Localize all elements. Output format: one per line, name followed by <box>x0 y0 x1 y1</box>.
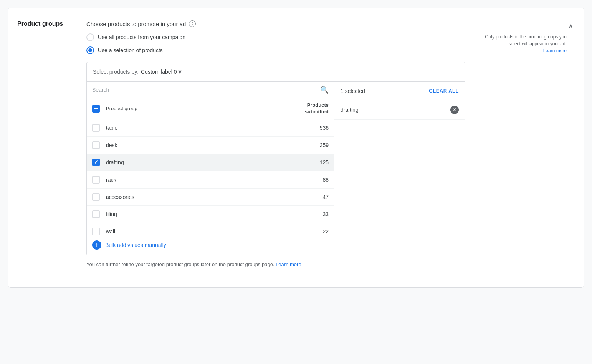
radio-circle-selection <box>86 46 94 54</box>
side-note: Only products in the product groups you … <box>475 33 567 54</box>
selector-box: Select products by: Custom label 0 ▾ 🔍 <box>86 62 465 255</box>
section-title: Product groups <box>17 20 86 27</box>
checkbox-table[interactable] <box>92 124 100 132</box>
bulk-add-icon[interactable]: + <box>92 240 101 250</box>
row-name-desk: desk <box>106 142 290 148</box>
footer-note: You can further refine your targeted pro… <box>86 261 567 267</box>
row-name-wall: wall <box>106 228 290 235</box>
section-header-text: Choose products to promote in your ad <box>86 21 186 27</box>
side-note-link[interactable]: Learn more <box>543 48 567 53</box>
row-name-accessories: accessories <box>106 194 290 200</box>
table-row[interactable]: wall22 <box>87 223 334 235</box>
row-count-desk: 359 <box>290 142 329 148</box>
search-input[interactable] <box>92 87 317 93</box>
collapse-icon[interactable]: ∧ <box>567 20 575 32</box>
selected-count: 1 selected <box>341 88 365 94</box>
row-count-filing: 33 <box>290 211 329 217</box>
checkbox-filing[interactable] <box>92 210 100 218</box>
row-count-table: 536 <box>290 125 329 131</box>
checkbox-wall[interactable] <box>92 228 100 235</box>
right-panel: 1 selected CLEAR ALL drafting✕ <box>334 82 465 255</box>
row-count-accessories: 47 <box>290 194 329 200</box>
row-name-table: table <box>106 125 290 131</box>
selected-items-list: drafting✕ <box>334 100 465 120</box>
radio-label-selection: Use a selection of products <box>98 47 163 53</box>
selected-item-name: drafting <box>341 107 359 113</box>
checkbox-accessories[interactable] <box>92 193 100 201</box>
radio-all-products[interactable]: Use all products from your campaign <box>86 33 465 41</box>
table-row[interactable]: filing33 <box>87 206 334 223</box>
label-dropdown[interactable]: Custom label 0 ▾ <box>141 68 182 76</box>
table-row[interactable]: desk359 <box>87 137 334 154</box>
table-row[interactable]: rack88 <box>87 171 334 189</box>
radio-selection[interactable]: Use a selection of products <box>86 46 465 54</box>
radio-circle-all <box>86 33 94 41</box>
col-header-count: Products submitted <box>290 102 329 115</box>
row-name-filing: filing <box>106 211 290 217</box>
dropdown-arrow-icon: ▾ <box>178 68 182 76</box>
checkbox-drafting[interactable] <box>92 159 100 166</box>
row-count-drafting: 125 <box>290 159 329 165</box>
row-count-wall: 22 <box>290 228 329 235</box>
table-row[interactable]: drafting125 <box>87 154 334 171</box>
checkbox-desk[interactable] <box>92 141 100 149</box>
row-name-rack: rack <box>106 177 290 183</box>
table-row[interactable]: table536 <box>87 119 334 137</box>
radio-label-all: Use all products from your campaign <box>98 34 185 40</box>
table-body: table536desk359drafting125rack88accessor… <box>87 119 334 235</box>
table-row[interactable]: accessories47 <box>87 189 334 206</box>
remove-selected-button[interactable]: ✕ <box>450 106 459 114</box>
left-panel: 🔍 Product group Products submitted <box>87 82 334 255</box>
col-header-name: Product group <box>106 106 290 111</box>
select-all-toggle[interactable] <box>92 105 100 113</box>
clear-all-button[interactable]: CLEAR ALL <box>429 88 459 94</box>
bulk-add-label[interactable]: Bulk add values manually <box>105 242 166 248</box>
select-by-label: Select products by: <box>93 69 139 75</box>
footer-note-link[interactable]: Learn more <box>276 261 301 267</box>
search-icon: 🔍 <box>320 86 329 94</box>
help-icon[interactable]: ? <box>189 20 196 27</box>
selected-item-row: drafting✕ <box>334 100 465 120</box>
checkbox-rack[interactable] <box>92 176 100 184</box>
dropdown-value: Custom label 0 <box>141 69 177 75</box>
row-name-drafting: drafting <box>106 159 290 165</box>
row-count-rack: 88 <box>290 177 329 183</box>
